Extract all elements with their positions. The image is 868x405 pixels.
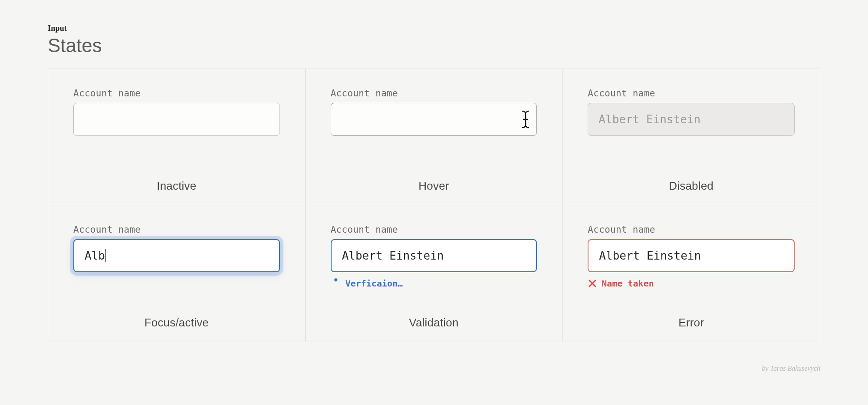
state-name-label: Disabled [588,179,795,193]
input-value: Alb [85,249,105,262]
section-eyebrow: Input [48,24,820,33]
state-name-label: Hover [331,179,537,193]
text-caret [105,249,106,262]
text-cursor-icon [521,110,530,129]
state-cell-error: Account name Albert Einstein Name taken … [562,205,820,342]
state-name-label: Inactive [73,179,280,193]
state-cell-inactive: Account name Inactive [48,69,306,205]
account-name-input-disabled: Albert Einstein [588,103,795,136]
account-name-input-inactive[interactable] [73,103,280,136]
state-name-label: Error [588,316,795,329]
state-name-label: Focus/active [73,316,280,329]
input-label: Account name [588,224,795,235]
error-message: Name taken [588,278,795,289]
state-name-label: Validation [331,316,537,329]
section-title: States [48,35,820,56]
input-label: Account name [588,88,795,99]
state-cell-disabled: Account name Albert Einstein Disabled [562,69,820,205]
account-name-input-error[interactable]: Albert Einstein [588,239,795,272]
input-label: Account name [331,88,537,99]
credit-footer: by Taras Bakusevych [762,365,821,372]
account-name-input-validation[interactable]: Albert Einstein [331,239,537,272]
state-cell-focus: Account name Alb Focus/active [48,205,306,342]
error-x-icon [588,279,597,288]
input-label: Account name [73,224,280,235]
account-name-input-hover[interactable] [331,103,537,136]
error-message-text: Name taken [602,278,654,289]
spinner-icon [331,278,341,289]
state-cell-validation: Account name Albert Einstein [306,205,563,342]
validation-message: Verficaion… [331,278,537,289]
input-label: Account name [73,88,280,99]
input-label: Account name [331,224,537,235]
validation-message-text: Verficaion… [345,278,403,289]
account-name-input-focus[interactable]: Alb [73,239,280,272]
states-grid: Account name Inactive Account name Hover [48,69,820,342]
state-cell-hover: Account name Hover [306,69,563,205]
